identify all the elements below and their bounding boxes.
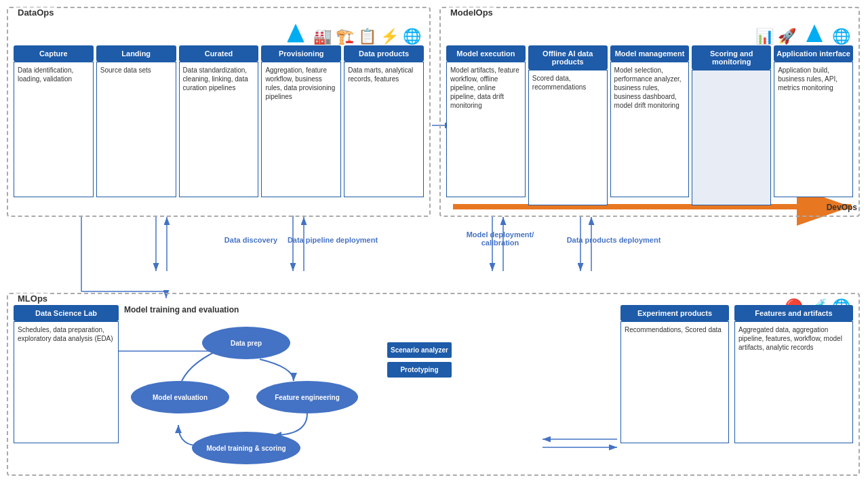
app-interface-content: Application build, business rules, API, …: [774, 62, 853, 197]
model-execution-content: Model artifacts, feature workflow, offli…: [446, 62, 526, 197]
features-artifacts-section: Features and artifacts Aggregated data, …: [734, 305, 853, 469]
globe-icon: 🌐: [403, 28, 421, 45]
building-icon: 🏗️: [336, 28, 354, 45]
scenario-analyzer-box: Scenario analyzer: [387, 342, 452, 358]
feature-engineering-oval: Feature engineering: [256, 381, 358, 413]
provisioning-column: Provisioning Aggregation, feature workfl…: [261, 45, 341, 197]
curated-content: Data standardization, cleaning, linking,…: [179, 62, 259, 197]
main-container: DataOps DELTA LAKE 🏭 🏗️ 📋 ⚡ 🌐: [0, 0, 868, 488]
modelops-columns: Model execution Model artifacts, feature…: [446, 45, 853, 205]
provisioning-content: Aggregation, feature workflow, business …: [261, 62, 341, 197]
scenario-section: Scenario analyzer Prototyping: [387, 305, 452, 469]
model-management-content: Model selection, performance analyzer, b…: [610, 62, 690, 197]
svg-marker-19: [288, 24, 304, 42]
factory-icon: 🏭: [313, 28, 332, 45]
devops-label: DevOps: [827, 203, 857, 212]
spacer: [457, 305, 615, 469]
scoring-monitoring-content: [692, 70, 771, 205]
provisioning-header: Provisioning: [261, 45, 341, 62]
grid-icon: 📋: [358, 28, 376, 45]
experiment-products-header: Experiment products: [620, 305, 729, 321]
data-science-lab-header: Data Science Lab: [14, 305, 119, 321]
rocket-icon: 🚀: [778, 28, 796, 45]
data-science-lab-section: Data Science Lab Schedules, data prepara…: [14, 305, 119, 469]
offline-ai-header: Offline AI data products: [528, 45, 608, 70]
model-deployment-label: Model deployment/ calibration: [454, 230, 546, 247]
app-interface-header: Application interface: [774, 45, 853, 62]
features-artifacts-header: Features and artifacts: [734, 305, 853, 321]
dataops-label: DataOps: [15, 7, 56, 18]
experiment-products-content: Recommendations, Scored data: [620, 321, 729, 443]
landing-header: Landing: [96, 45, 176, 62]
bar-chart-icon: 📊: [755, 28, 774, 45]
modelops-box: ModelOps 📊 🚀 DELTA LAKE 🌐 Model executio…: [439, 7, 860, 217]
data-prep-oval: Data prep: [202, 327, 290, 359]
mlops-box: MLOps 🔴 🧪 🌐 Data Science Lab Schedules, …: [7, 293, 860, 476]
app-interface-column: Application interface Application build,…: [774, 45, 853, 205]
model-management-column: Model management Model selection, perfor…: [610, 45, 690, 205]
model-execution-header: Model execution: [446, 45, 526, 62]
curated-column: Curated Data standardization, cleaning, …: [179, 45, 259, 197]
dataops-columns: Capture Data identification, loading, va…: [14, 45, 424, 197]
data-science-lab-content: Schedules, data preparation, exploratory…: [14, 321, 119, 443]
experiment-products-section: Experiment products Recommendations, Sco…: [620, 305, 729, 469]
modelops-label: ModelOps: [448, 7, 496, 18]
capture-content: Data identification, loading, validation: [14, 62, 94, 197]
lightning-icon: ⚡: [380, 28, 399, 45]
scoring-monitoring-column: Scoring and monitoring: [692, 45, 771, 205]
model-evaluation-oval: Model evaluation: [131, 381, 229, 413]
prototyping-box: Prototyping: [387, 362, 452, 378]
data-pipeline-label: Data pipeline deployment: [283, 236, 382, 244]
mlops-inner: Data Science Lab Schedules, data prepara…: [14, 305, 853, 469]
features-artifacts-content: Aggregated data, aggregation pipeline, f…: [734, 321, 853, 443]
data-products-deployment-label: Data products deployment: [566, 236, 661, 244]
data-discovery-label: Data discovery: [210, 236, 292, 244]
model-management-header: Model management: [610, 45, 690, 62]
model-training-section: Model training and evaluation Data prep …: [124, 305, 382, 469]
data-products-header: Data products: [344, 45, 424, 62]
capture-header: Capture: [14, 45, 94, 62]
offline-ai-content: Scored data, recommendations: [528, 70, 608, 205]
landing-column: Landing Source data sets: [96, 45, 176, 197]
data-products-column: Data products Data marts, analytical rec…: [344, 45, 424, 197]
mlops-label: MLOps: [15, 293, 50, 304]
model-training-ovals: Data prep Feature engineering Model trai…: [124, 320, 382, 469]
data-products-content: Data marts, analytical records, features: [344, 62, 424, 197]
offline-ai-column: Offline AI data products Scored data, re…: [528, 45, 608, 205]
model-training-header: Model training and evaluation: [124, 305, 382, 314]
dataops-box: DataOps DELTA LAKE 🏭 🏗️ 📋 ⚡ 🌐: [7, 7, 431, 217]
model-training-scoring-oval: Model training & scoring: [192, 432, 300, 464]
modelops-globe-icon: 🌐: [832, 28, 850, 45]
model-execution-column: Model execution Model artifacts, feature…: [446, 45, 526, 205]
scoring-monitoring-header: Scoring and monitoring: [692, 45, 771, 70]
curated-header: Curated: [179, 45, 259, 62]
capture-column: Capture Data identification, loading, va…: [14, 45, 94, 197]
landing-content: Source data sets: [96, 62, 176, 197]
svg-marker-20: [806, 24, 823, 42]
